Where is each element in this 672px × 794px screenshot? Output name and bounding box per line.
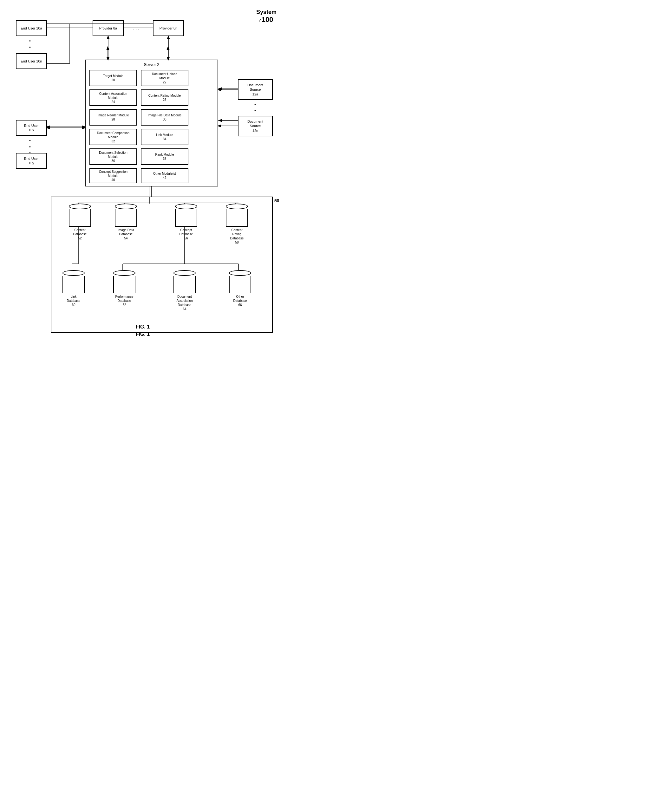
provider-8n: Provider 8n [153, 20, 184, 36]
server-box: Server 2 Target Module20 Content Associa… [85, 60, 218, 187]
content-association-module: Content AssociationModule24 [90, 89, 137, 106]
cylinder-body-56 [175, 209, 197, 227]
dots-providers: . . . [131, 26, 139, 31]
cylinder-label-64: DocumentAssociationDatabase64 [172, 295, 197, 311]
cylinder-label-52: ContentDatabase52 [67, 228, 93, 240]
cylinder-top-62 [113, 270, 135, 276]
db-group-box: ContentDatabase52 Image DataDatabase54 C… [51, 197, 273, 333]
other-modules: Other Module(s)42 [141, 168, 188, 183]
cylinder-label-58: ContentRatingDatabase58 [224, 228, 250, 244]
cylinder-body-54 [115, 209, 137, 227]
cylinder-top-66 [229, 270, 251, 276]
document-selection-module: Document SelectionModule36 [90, 149, 137, 165]
image-reader-module: Image Reader Module28 [90, 109, 137, 126]
end-user-10n: End User 10n [16, 53, 47, 69]
link-database: LinkDatabase60 [61, 270, 86, 307]
cylinder-top-52 [69, 204, 91, 209]
rank-module: Rank Module38 [141, 149, 188, 165]
content-rating-database: ContentRatingDatabase58 [224, 204, 250, 244]
cylinder-top-58 [226, 204, 248, 209]
performance-database: PerformanceDatabase62 [112, 270, 137, 307]
document-association-database: DocumentAssociationDatabase64 [172, 270, 197, 311]
cylinder-body-66 [229, 276, 251, 293]
cylinder-top-56 [175, 204, 197, 209]
cylinder-body-52 [69, 209, 91, 227]
image-data-database: Image DataDatabase54 [113, 204, 139, 240]
document-source-12n: DocumentSource12n [238, 116, 273, 136]
cylinder-body-62 [113, 276, 135, 293]
end-user-10y: End User10y [16, 153, 47, 169]
cylinder-top-54 [115, 204, 137, 209]
cylinder-body-60 [62, 276, 85, 293]
content-database: ContentDatabase52 [67, 204, 93, 240]
cylinder-top-60 [62, 270, 85, 276]
system-title: System [256, 9, 277, 16]
fig-label: FIG. 1 [6, 324, 279, 330]
concept-suggestion-module: Concept SuggestionModule40 [90, 168, 137, 183]
document-upload-module: Document UploadModule22 [141, 70, 188, 86]
cylinder-top-64 [173, 270, 196, 276]
link-module: Link Module34 [141, 129, 188, 145]
other-database: OtherDatabase66 [227, 270, 253, 307]
content-rating-module: Content Rating Module26 [141, 89, 188, 106]
diagram: System ∕ 100 [6, 6, 279, 330]
document-source-12a: DocumentSource12a [238, 79, 273, 100]
target-module: Target Module20 [90, 70, 137, 86]
system-arrow: ∕ 100 [256, 16, 277, 24]
document-comparison-module: Document ComparisonModule32 [90, 129, 137, 145]
system-label: System ∕ 100 [256, 9, 277, 24]
cylinder-label-54: Image DataDatabase54 [113, 228, 139, 240]
concept-database: ConceptDatabase56 [173, 204, 199, 240]
provider-8a: Provider 8a [93, 20, 124, 36]
cylinder-label-66: OtherDatabase66 [227, 295, 253, 307]
cylinder-label-60: LinkDatabase60 [61, 295, 86, 307]
end-user-10x: End User10x [16, 120, 47, 136]
cylinder-body-58 [226, 209, 248, 227]
server-label: Server 2 [86, 62, 218, 67]
cylinder-label-62: PerformanceDatabase62 [112, 295, 137, 307]
cylinder-label-56: ConceptDatabase56 [173, 228, 199, 240]
end-user-10a: End User 10a [16, 20, 47, 36]
db-group-label: 50 [274, 198, 279, 203]
image-file-data-module: Image File Data Module30 [141, 109, 188, 126]
cylinder-body-64 [173, 276, 196, 293]
